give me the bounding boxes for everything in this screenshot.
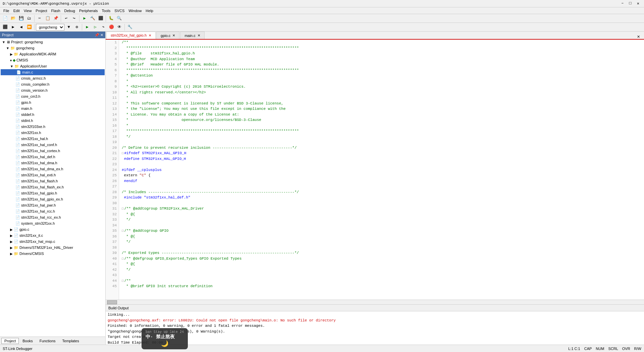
tree-item-gongcheng[interactable]: ▼ 📁 gongcheng	[1, 45, 105, 51]
menu-edit[interactable]: Edit	[11, 7, 22, 14]
tab-close-all[interactable]: ✕	[635, 35, 642, 39]
window-controls[interactable]: – □ ✕	[619, 1, 641, 6]
tree-item-stm32f1xx-hal-flash[interactable]: 📄stm32f1xx_hal_flash.h	[1, 178, 105, 184]
code-area[interactable]: 12345 678910 1112131415 1617181920 21222…	[106, 40, 644, 300]
menu-file[interactable]: File	[1, 7, 11, 14]
menu-project[interactable]: Project	[34, 7, 49, 14]
tree-item-stm32f1xx-hal-cortex[interactable]: 📄stm32f1xx_hal_cortex.h	[1, 148, 105, 154]
editor-tab-main-c[interactable]: main.c ✕	[180, 32, 204, 39]
close-button[interactable]: ✕	[635, 1, 641, 6]
tree-item-drivers-hal[interactable]: ▶ 📁 Drivers/STM32F1xx_HAL_Driver	[1, 245, 105, 251]
menu-window[interactable]: Window	[126, 7, 144, 14]
h-scroll-thumb[interactable]	[107, 300, 117, 304]
tree-item-cmsis[interactable]: ♦ ◆ CMSIS	[1, 57, 105, 63]
code-editor[interactable]: /** ************************************…	[119, 40, 644, 300]
tb2-btn3[interactable]: ◀	[17, 24, 25, 31]
new-file-button[interactable]: 📄	[1, 15, 9, 22]
tb2-step[interactable]: ↷	[100, 24, 107, 31]
tree-item-system-stm32f1xx[interactable]: 📄system_stm32f1xx.h	[1, 220, 105, 226]
tree-item-stdint[interactable]: 📄stdint.h	[1, 118, 105, 124]
menu-tools[interactable]: Tools	[100, 7, 113, 14]
editor-tab-gpio-h[interactable]: stm32f1xx_hal_gpio.h ✕	[106, 32, 156, 39]
tb2-watch[interactable]: 👁	[116, 24, 123, 31]
menu-help[interactable]: Help	[144, 7, 155, 14]
menu-peripherals[interactable]: Peripherals	[77, 7, 100, 14]
tree-item-stm32f1xx-hal-dma-ex[interactable]: 📄stm32f1xx_hal_dma_ex.h	[1, 166, 105, 172]
tree-item-main-c[interactable]: 📄 main.c	[1, 69, 105, 75]
tb2-bp[interactable]: 🔴	[108, 24, 115, 31]
tree-item-project[interactable]: ▼ 🖥 Project: gongcheng	[1, 39, 105, 45]
tb2-btn1[interactable]: ⬛	[1, 24, 9, 31]
tree-item-cmsis-compiler[interactable]: 📄cmsis_compiler.h	[1, 81, 105, 87]
tree-item-stm32f1xx-hal-dma[interactable]: 📄stm32f1xx_hal_dma.h	[1, 160, 105, 166]
tb2-extra[interactable]: 🔧	[126, 24, 133, 31]
cut-button[interactable]: ✂	[36, 15, 43, 22]
tab-books[interactable]: Books	[19, 338, 36, 344]
tree-item-stm32f1xx-hal-gpio-ex[interactable]: 📄stm32f1xx_hal_gpio_ex.h	[1, 196, 105, 202]
tree-item-stm32f1xx-hal-exti[interactable]: 📄stm32f1xx_hal_exti.h	[1, 172, 105, 178]
tab-project[interactable]: Project	[1, 338, 19, 344]
tree-item-drivers-cmsis[interactable]: ▶ 📁 Drivers/CMSIS	[1, 251, 105, 257]
tree-item-cmsis-armcc[interactable]: 📄cmsis_armcc.h	[1, 75, 105, 81]
debugger-status: ST-Link Debugger	[3, 347, 33, 351]
tree-item-gpio-c[interactable]: ▶ 📄 gpio.c	[1, 226, 105, 232]
find-button[interactable]: 🔍	[115, 15, 123, 22]
menu-bar: File Edit View Project Flash Debug Perip…	[0, 7, 644, 14]
close-gpio-c-tab[interactable]: ✕	[172, 34, 175, 37]
tb2-btn2[interactable]: ▶	[9, 24, 17, 31]
maximize-button[interactable]: □	[627, 1, 634, 6]
tab-templates[interactable]: Templates	[59, 338, 82, 344]
build-button[interactable]: ▶	[81, 15, 88, 22]
rebuild-button[interactable]: 🔨	[89, 15, 96, 22]
minimize-button[interactable]: –	[619, 1, 626, 6]
stop-button[interactable]: ⬛	[97, 15, 104, 22]
tree-item-mdk-arm[interactable]: ▶ 📁 Application/MDK-ARM	[1, 51, 105, 57]
redo-button[interactable]: ↪	[70, 15, 78, 22]
tb2-run2[interactable]: ▷	[92, 24, 99, 31]
tree-item-cmsis-version[interactable]: 📄cmsis_version.h	[1, 87, 105, 93]
horizontal-scrollbar[interactable]	[106, 300, 644, 304]
tb2-btn4[interactable]: ⏩	[25, 24, 33, 31]
editor-tab-gpio-c[interactable]: gpio.c ✕	[156, 32, 179, 39]
target-combo[interactable]: gongcheng	[36, 24, 64, 31]
tb2-options[interactable]: ▼	[65, 24, 72, 31]
tree-item-stm32f1xx-hal-conf[interactable]: 📄stm32f1xx_hal_conf.h	[1, 142, 105, 148]
tree-item-stm32f1xx-hal-rcc-ex[interactable]: 📄stm32f1xx_hal_rcc_ex.h	[1, 214, 105, 220]
tb2-settings[interactable]: ⚙	[73, 24, 80, 31]
tree-item-stm32f1xx-hal[interactable]: 📄stm32f1xx_hal.h	[1, 136, 105, 142]
menu-flash[interactable]: Flash	[49, 7, 62, 14]
project-header-controls[interactable]: 📌 ✕	[95, 33, 103, 37]
tree-item-gpio-h[interactable]: 📄gpio.h	[1, 99, 105, 105]
tree-item-stm32f1xx-hal-gpio[interactable]: 📄stm32f1xx_hal_gpio.h	[1, 190, 105, 196]
tab-functions[interactable]: Functions	[37, 338, 59, 344]
tree-item-stm32f1xx-hal-pwr[interactable]: 📄stm32f1xx_hal_pwr.h	[1, 202, 105, 208]
close-gpio-h-tab[interactable]: ✕	[149, 34, 151, 37]
copy-button[interactable]: 📋	[44, 15, 51, 22]
tree-item-stddef[interactable]: 📄stddef.h	[1, 112, 105, 118]
tree-item-stm32f1xx-hal-flash-ex[interactable]: 📄stm32f1xx_hal_flash_ex.h	[1, 184, 105, 190]
paste-button[interactable]: 📌	[52, 15, 59, 22]
tree-item-stm32f1xx-hal-rcc[interactable]: 📄stm32f1xx_hal_rcc.h	[1, 208, 105, 214]
menu-svcs[interactable]: SVCS	[112, 7, 126, 14]
save-all-button[interactable]: 🗂	[25, 15, 33, 22]
save-button[interactable]: 💾	[17, 15, 25, 22]
close-main-c-tab[interactable]: ✕	[198, 34, 200, 37]
open-button[interactable]: 📂	[9, 15, 17, 22]
tree-item-stm32f103xe[interactable]: 📄stm32f103xe.h	[1, 124, 105, 130]
project-panel: Project 📌 ✕ ▼ 🖥 Project: gongcheng ▼ 📁 g…	[0, 32, 106, 345]
tree-item-app-user[interactable]: ▼ 📁 Application/User	[1, 63, 105, 69]
project-close-icon[interactable]: ✕	[100, 33, 103, 37]
tree-item-stm32f1xx-hal-def[interactable]: 📄stm32f1xx_hal_def.h	[1, 154, 105, 160]
project-pin-icon[interactable]: 📌	[95, 33, 99, 37]
menu-view[interactable]: View	[22, 7, 34, 14]
menu-debug[interactable]: Debug	[62, 7, 77, 14]
debug-button[interactable]: 🐛	[107, 15, 115, 22]
tree-item-core-cm3[interactable]: 📄core_cm3.h	[1, 93, 105, 99]
tree-item-stm32f1xx[interactable]: 📄stm32f1xx.h	[1, 130, 105, 136]
tree-item-main-h[interactable]: 📄main.h	[1, 105, 105, 112]
toolbar-1: 📄 📂 💾 🗂 ✂ 📋 📌 ↩ ↪ ▶ 🔨 ⬛ 🐛 🔍	[0, 14, 644, 23]
tree-item-stm32f1xx-it[interactable]: ▶ 📄 stm32f1xx_it.c	[1, 232, 105, 238]
undo-button[interactable]: ↩	[62, 15, 70, 22]
tree-item-stm32f1xx-hal-msp[interactable]: ▶ 📄 stm32f1xx_hal_msp.c	[1, 238, 105, 245]
tb2-run[interactable]: ▶	[84, 24, 91, 31]
